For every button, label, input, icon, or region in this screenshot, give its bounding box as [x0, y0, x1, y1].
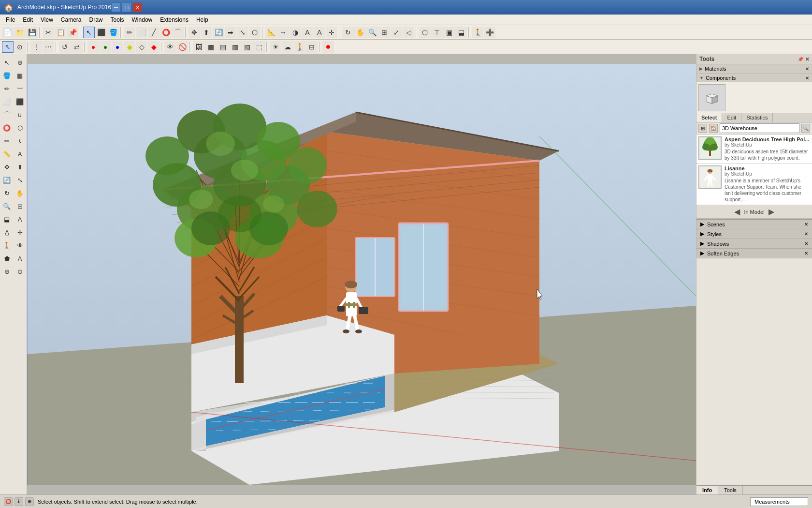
tb-orbit[interactable]: ↻ — [342, 27, 354, 38]
tb-open[interactable]: 📁 — [14, 27, 26, 38]
components-header[interactable]: ▼ Components ✕ — [696, 74, 812, 82]
lt-paint[interactable]: 🪣 — [0, 69, 13, 82]
tb2-green[interactable]: ● — [100, 41, 111, 53]
tb-axes[interactable]: ✛ — [326, 27, 337, 38]
menu-edit[interactable]: Edit — [19, 15, 37, 24]
lt-zoom2[interactable]: ⊞ — [14, 200, 26, 212]
tb-new[interactable]: 📄 — [2, 27, 14, 38]
shadows-row[interactable]: ▶ Shadows ✕ — [696, 239, 812, 249]
lt-dim[interactable]: A — [14, 148, 26, 160]
lt-push[interactable]: ⬆ — [14, 161, 26, 173]
lt-orbit[interactable]: ↻ — [0, 187, 13, 199]
tb2-xray[interactable]: ⬚ — [253, 41, 265, 53]
tb2-rotate-x[interactable]: ↺ — [59, 41, 71, 53]
tb-move[interactable]: ✥ — [188, 27, 200, 38]
tb-erase[interactable]: ✏ — [124, 27, 135, 38]
lt-smooth[interactable]: ⤹ — [14, 134, 26, 147]
lt-select[interactable]: ↖ — [0, 56, 13, 69]
materials-close-icon[interactable]: ✕ — [805, 66, 809, 72]
lt-arc2[interactable]: ∪ — [14, 108, 26, 121]
components-close-icon[interactable]: ✕ — [805, 75, 809, 81]
lt-tag[interactable]: A — [14, 252, 26, 265]
tb2-render3[interactable]: ▤ — [217, 41, 229, 53]
lt-scale[interactable]: ⤡ — [14, 174, 26, 186]
list-item[interactable]: Aspen Deciduous Tree High Pol... by Sket… — [696, 134, 812, 164]
soften-edges-row[interactable]: ▶ Soften Edges ✕ — [696, 249, 812, 258]
lt-walk[interactable]: 🚶 — [0, 239, 13, 252]
tb-text[interactable]: A — [302, 27, 313, 38]
search-input[interactable] — [720, 123, 799, 133]
tb2-eye[interactable]: 👁 — [164, 41, 176, 53]
lt-look[interactable]: 👁 — [14, 239, 26, 252]
lt-axes[interactable]: ✛ — [14, 226, 26, 239]
tb-paste[interactable]: 📌 — [67, 27, 78, 38]
tb2-render4[interactable]: ▥ — [229, 41, 241, 53]
search-button[interactable]: 🔍 — [801, 124, 810, 133]
tb2-arrow[interactable]: ↖ — [2, 41, 14, 53]
tb-add-scene[interactable]: ➕ — [484, 27, 495, 38]
tb2-render2[interactable]: ▦ — [205, 41, 217, 53]
lt-select2[interactable]: ⊕ — [14, 56, 26, 69]
lt-move[interactable]: ✥ — [0, 161, 13, 173]
lt-dynamic[interactable]: ⊙ — [14, 265, 26, 278]
scenes-row[interactable]: ▶ Scenes ✕ — [696, 220, 812, 229]
tb2-blue[interactable]: ● — [112, 41, 123, 53]
tb-front[interactable]: ▣ — [443, 27, 455, 38]
tb2-layers[interactable]: ⊟ — [306, 41, 318, 53]
tb2-render1[interactable]: 🖼 — [193, 41, 204, 53]
lt-pencil[interactable]: ✏ — [0, 82, 13, 95]
styles-row[interactable]: ▶ Styles ✕ — [696, 229, 812, 239]
tb2-lasso[interactable]: ⊙ — [14, 41, 26, 53]
tb-scale[interactable]: ⤡ — [237, 27, 248, 38]
menu-file[interactable]: File — [2, 15, 19, 24]
tab-select[interactable]: Select — [696, 113, 722, 122]
lt-zoom[interactable]: 🔍 — [0, 200, 13, 212]
tb-make-component[interactable]: ⬛ — [95, 27, 107, 38]
tb-follow-me[interactable]: ➡ — [225, 27, 236, 38]
menu-tools[interactable]: Tools — [107, 15, 128, 24]
tb-previous-view[interactable]: ◁ — [403, 27, 414, 38]
menu-camera[interactable]: Camera — [57, 15, 86, 24]
tb2-diamond2[interactable]: ◆ — [148, 41, 160, 53]
tb2-hide[interactable]: 🚫 — [176, 41, 188, 53]
materials-header[interactable]: ▶ Materials ✕ — [696, 64, 812, 73]
lt-arc[interactable]: ⌒ — [0, 108, 13, 121]
menu-window[interactable]: Window — [128, 15, 157, 24]
lt-circle[interactable]: ⭕ — [0, 121, 13, 134]
tb-select[interactable]: ↖ — [83, 27, 95, 38]
tb-copy[interactable]: 📋 — [55, 27, 66, 38]
lt-polygon[interactable]: ⬡ — [14, 121, 26, 134]
nav-home[interactable]: 🏠 — [709, 124, 718, 133]
panel-close-icon[interactable]: ✕ — [805, 57, 809, 62]
tb-protractor[interactable]: ◑ — [290, 27, 301, 38]
lt-pan[interactable]: ✋ — [14, 187, 26, 199]
tb-save[interactable]: 💾 — [26, 27, 38, 38]
lt-text[interactable]: A — [14, 213, 26, 225]
lt-component[interactable]: ⊕ — [0, 265, 13, 278]
tb-zoom-window[interactable]: ⊞ — [378, 27, 390, 38]
tb-circle[interactable]: ⭕ — [160, 27, 172, 38]
tb-offset[interactable]: ⬡ — [249, 27, 261, 38]
tb2-subdivide[interactable]: ⋮ — [30, 41, 42, 53]
lt-erase[interactable]: ✏ — [0, 134, 13, 147]
tb-iso[interactable]: ⬡ — [419, 27, 431, 38]
shadows-close[interactable]: ✕ — [804, 241, 808, 246]
tb2-render5[interactable]: ▧ — [241, 41, 253, 53]
tb2-red2[interactable]: ● — [322, 41, 334, 53]
lt-sandbox[interactable]: ⬟ — [0, 252, 13, 265]
maximize-button[interactable]: □ — [122, 2, 131, 12]
lt-rect2[interactable]: ⬛ — [14, 95, 26, 108]
close-button[interactable]: ✕ — [132, 2, 142, 12]
tb-cut[interactable]: ✂ — [43, 27, 54, 38]
tb-zoom-extents[interactable]: ⤢ — [391, 27, 402, 38]
lt-rect[interactable]: ⬜ — [0, 95, 13, 108]
lt-rotate[interactable]: 🔄 — [0, 174, 13, 186]
scenes-close[interactable]: ✕ — [804, 222, 808, 227]
tb-walkthrough[interactable]: 🚶 — [472, 27, 483, 38]
tb2-yellow[interactable]: ◆ — [124, 41, 135, 53]
minimize-button[interactable]: ─ — [111, 2, 121, 12]
tb-top[interactable]: ⊤ — [431, 27, 443, 38]
tb2-cloud[interactable]: ☁ — [282, 41, 293, 53]
tb-rectangle[interactable]: ⬜ — [136, 27, 147, 38]
styles-close[interactable]: ✕ — [804, 231, 808, 237]
